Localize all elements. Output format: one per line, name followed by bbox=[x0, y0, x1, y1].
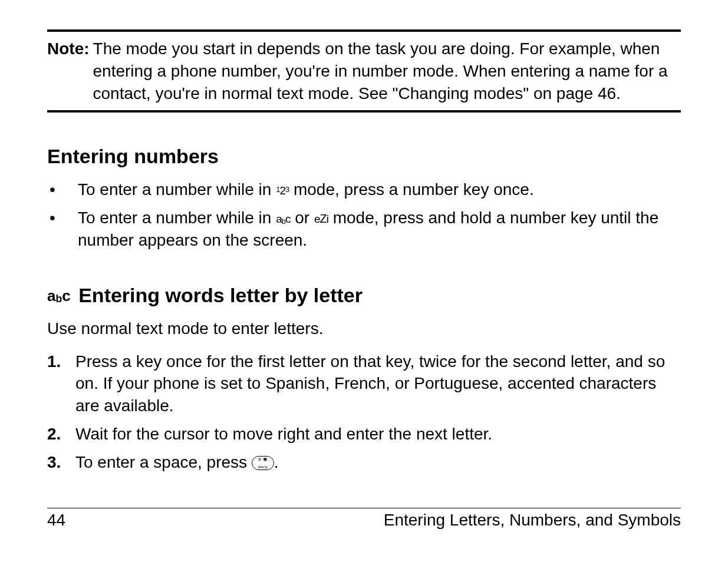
text-fragment: or bbox=[295, 209, 314, 227]
numbered-list-letters: 1. Press a key once for the first letter… bbox=[47, 351, 681, 474]
mode-123-icon: 123 bbox=[276, 185, 289, 196]
heading-text: Entering words letter by letter bbox=[78, 284, 363, 306]
text-fragment: To enter a space, press bbox=[75, 453, 252, 471]
chapter-title: Entering Letters, Numbers, and Symbols bbox=[384, 511, 681, 530]
heading-entering-words: abc Entering words letter by letter bbox=[47, 284, 681, 307]
bullet-marker: • bbox=[47, 178, 78, 201]
text-fragment: To enter a number while in bbox=[78, 180, 276, 199]
list-item: • To enter a number while in abc or eZi … bbox=[47, 207, 681, 252]
page-footer: 44 Entering Letters, Numbers, and Symbol… bbox=[47, 508, 681, 530]
page-number: 44 bbox=[47, 511, 65, 530]
step-number: 3. bbox=[47, 451, 75, 474]
note-box: Note: The mode you start in depends on t… bbox=[47, 29, 681, 113]
mode-ezi-icon: eZi bbox=[314, 213, 328, 225]
step-number: 1. bbox=[47, 351, 75, 417]
text-fragment: mode, press a number key once. bbox=[294, 180, 534, 199]
list-item: 2. Wait for the cursor to move right and… bbox=[47, 423, 681, 445]
manual-page: Note: The mode you start in depends on t… bbox=[0, 0, 728, 562]
heading-entering-numbers: Entering numbers bbox=[47, 145, 681, 168]
bullet-list-numbers: • To enter a number while in 123 mode, p… bbox=[47, 178, 681, 251]
space-key-icon bbox=[252, 456, 274, 470]
list-item: 3. To enter a space, press . bbox=[47, 451, 681, 474]
step-text: Press a key once for the first letter on… bbox=[75, 351, 681, 417]
note-label: Note: bbox=[47, 38, 93, 104]
note-text: The mode you start in depends on the tas… bbox=[93, 38, 681, 104]
mode-abc-icon: abc bbox=[276, 213, 290, 226]
text-fragment: . bbox=[274, 453, 279, 471]
bullet-marker: • bbox=[47, 207, 78, 252]
mode-abc-icon: abc bbox=[47, 288, 71, 305]
text-fragment: To enter a number while in bbox=[78, 209, 276, 227]
step-number: 2. bbox=[47, 423, 75, 445]
list-item: 1. Press a key once for the first letter… bbox=[47, 351, 681, 417]
list-item: • To enter a number while in 123 mode, p… bbox=[47, 178, 681, 201]
step-text: Wait for the cursor to move right and en… bbox=[75, 423, 681, 445]
section-intro: Use normal text mode to enter letters. bbox=[47, 318, 681, 340]
